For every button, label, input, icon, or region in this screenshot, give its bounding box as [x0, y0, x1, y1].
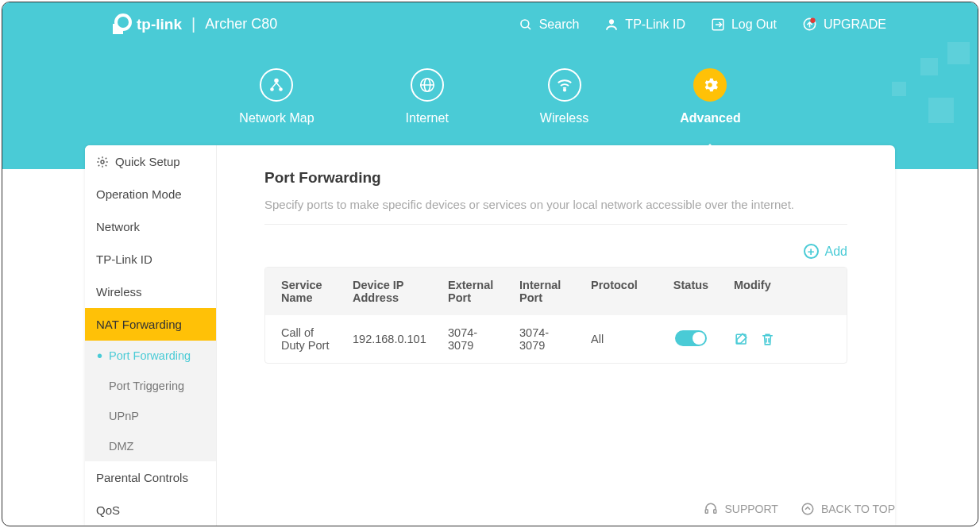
th-service: Service Name: [265, 268, 337, 315]
table-row: Call of Duty Port 192.168.0.101 3074-307…: [265, 315, 847, 363]
content-wrap: Quick Setup Operation Mode Network TP-Li…: [85, 145, 895, 526]
svg-point-19: [101, 160, 104, 164]
sidebar-submenu: Port Forwarding Port Triggering UPnP DMZ: [85, 341, 216, 461]
svg-point-0: [116, 15, 130, 29]
sidebar-item-tplink-id[interactable]: TP-Link ID: [85, 243, 216, 276]
logout-label: Log Out: [731, 17, 777, 32]
sidebar-label: NAT Forwarding: [96, 318, 182, 331]
add-button[interactable]: + Add: [804, 244, 847, 259]
sidebar-item-operation-mode[interactable]: Operation Mode: [85, 178, 216, 210]
th-internal-port: Internal Port: [504, 268, 575, 315]
sidebar-label: Wireless: [96, 285, 142, 299]
sidebar-label: Operation Mode: [96, 187, 182, 201]
sidebar-item-nat-forwarding[interactable]: NAT Forwarding: [85, 308, 216, 341]
page-title: Port Forwarding: [264, 169, 847, 187]
main-tabs: Network Map Internet Wireless Advanced: [2, 68, 978, 125]
upgrade-link[interactable]: UPGRADE: [802, 17, 886, 32]
tab-wireless[interactable]: Wireless: [540, 68, 588, 125]
arrow-up-circle-icon: [801, 502, 815, 516]
top-nav: Search TP-Link ID Log Out UPGRADE: [519, 17, 886, 32]
th-status: Status: [654, 268, 718, 315]
tab-label: Advanced: [680, 111, 740, 125]
banner: tp-link | Archer C80 Search TP-Link ID L…: [2, 2, 978, 169]
svg-point-17: [563, 89, 565, 91]
sidebar-label: Network: [96, 220, 140, 233]
th-protocol: Protocol: [575, 268, 654, 315]
sidebar: Quick Setup Operation Mode Network TP-Li…: [85, 145, 217, 526]
sidebar-label: Port Triggering: [109, 380, 184, 392]
cell-external-port: 3074-3079: [432, 315, 504, 363]
back-to-top-link[interactable]: BACK TO TOP: [801, 502, 895, 516]
cell-protocol: All: [575, 322, 654, 356]
content-panel: Quick Setup Operation Mode Network TP-Li…: [85, 145, 895, 526]
search-link[interactable]: Search: [519, 17, 580, 32]
tab-internet[interactable]: Internet: [406, 68, 449, 125]
support-link[interactable]: SUPPORT: [704, 502, 777, 516]
cell-ip: 192.168.0.101: [337, 322, 432, 356]
svg-point-13: [280, 87, 284, 91]
tab-label: Wireless: [540, 111, 588, 125]
sidebar-item-parental[interactable]: Parental Controls: [85, 461, 216, 494]
logout-link[interactable]: Log Out: [711, 17, 777, 32]
app-window: tp-link | Archer C80 Search TP-Link ID L…: [2, 2, 978, 526]
support-label: SUPPORT: [724, 503, 777, 515]
search-icon: [519, 17, 533, 32]
add-label: Add: [825, 245, 847, 259]
edit-icon[interactable]: [734, 332, 749, 347]
main-content: Port Forwarding Specify ports to make sp…: [217, 145, 895, 526]
network-map-icon: [260, 68, 293, 102]
plus-icon: +: [804, 244, 819, 259]
brand-name: tp-link: [137, 16, 182, 33]
gear-outline-icon: [96, 156, 109, 168]
sidebar-label: Parental Controls: [96, 471, 188, 484]
brand-separator: |: [191, 15, 195, 33]
cell-modify: [718, 321, 789, 358]
footer-links: SUPPORT BACK TO TOP: [704, 502, 895, 516]
cell-status: [654, 319, 718, 360]
add-row: + Add: [264, 244, 847, 259]
sidebar-item-quick-setup[interactable]: Quick Setup: [85, 145, 216, 178]
tab-label: Network Map: [239, 111, 314, 125]
svg-point-18: [708, 83, 713, 87]
sidebar-label: DMZ: [109, 440, 133, 453]
th-modify: Modify: [718, 268, 789, 315]
sidebar-sub-port-triggering[interactable]: Port Triggering: [85, 371, 216, 401]
trash-icon[interactable]: [760, 332, 775, 347]
sidebar-label: Quick Setup: [115, 155, 180, 168]
status-toggle[interactable]: [675, 330, 707, 346]
tplink-logo-icon: [110, 13, 132, 36]
sidebar-item-wireless[interactable]: Wireless: [85, 276, 216, 308]
sidebar-label: Port Forwarding: [109, 349, 191, 362]
svg-point-25: [802, 503, 813, 515]
logout-icon: [711, 17, 725, 32]
sidebar-sub-upnp[interactable]: UPnP: [85, 401, 216, 431]
sidebar-label: QoS: [96, 503, 120, 517]
gear-icon: [693, 68, 727, 102]
globe-icon: [411, 68, 444, 102]
sidebar-label: UPnP: [109, 410, 139, 422]
sidebar-item-qos[interactable]: QoS: [85, 494, 216, 526]
user-heart-icon: [604, 17, 619, 32]
search-label: Search: [539, 17, 580, 32]
svg-point-11: [275, 79, 280, 83]
port-forwarding-table: Service Name Device IP Address External …: [264, 267, 847, 364]
cell-service: Call of Duty Port: [265, 315, 337, 363]
upgrade-label: UPGRADE: [824, 17, 886, 32]
sidebar-sub-port-forwarding[interactable]: Port Forwarding: [85, 341, 216, 371]
svg-point-9: [810, 18, 815, 23]
svg-rect-24: [714, 510, 716, 514]
cell-internal-port: 3074-3079: [504, 315, 575, 363]
back-to-top-label: BACK TO TOP: [821, 503, 895, 515]
brand-model: Archer C80: [205, 16, 277, 33]
wifi-icon: [548, 68, 581, 102]
svg-point-12: [271, 87, 275, 91]
tplink-id-link[interactable]: TP-Link ID: [604, 17, 685, 32]
svg-line-4: [527, 26, 531, 29]
svg-rect-2: [113, 29, 123, 34]
upgrade-icon: [802, 17, 817, 32]
sidebar-sub-dmz[interactable]: DMZ: [85, 431, 216, 461]
tab-network-map[interactable]: Network Map: [239, 68, 314, 125]
sidebar-item-network[interactable]: Network: [85, 210, 216, 243]
brand-logo: tp-link: [110, 13, 182, 36]
tab-advanced[interactable]: Advanced: [680, 68, 740, 125]
